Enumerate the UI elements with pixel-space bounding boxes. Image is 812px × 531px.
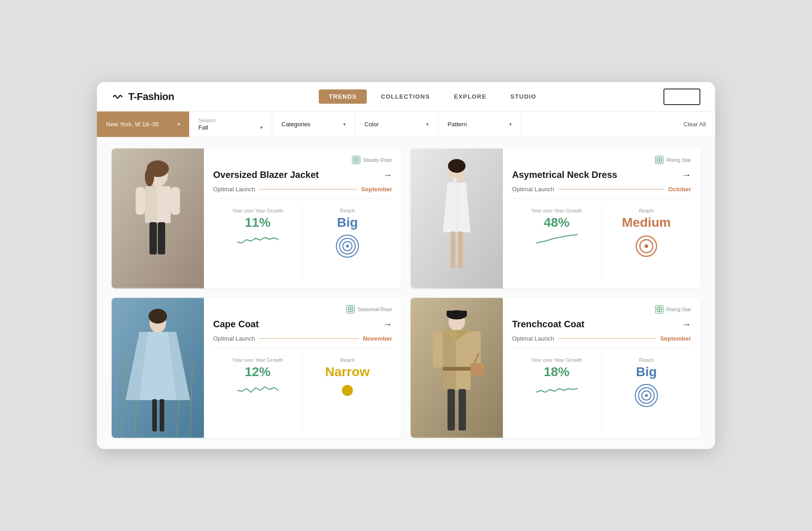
card-title-row-trench: Trenchcoat Coat →	[512, 319, 691, 330]
card-arrow-dress[interactable]: →	[682, 170, 691, 180]
season-value: Fall	[198, 124, 208, 131]
card-title-trench: Trenchcoat Coat	[512, 319, 585, 330]
categories-filter[interactable]: Categories ▾	[272, 112, 355, 137]
launch-line-cape	[259, 338, 359, 339]
svg-rect-5	[145, 186, 157, 223]
svg-point-45	[342, 385, 353, 396]
card-header-dress: Rising Star	[512, 156, 691, 164]
card-image-trench	[411, 298, 503, 438]
target-narrow-cape	[340, 383, 355, 398]
metrics-blazer: Year over Year Growth 11% Reach Big	[213, 198, 392, 281]
app-window: T-Fashion TRENDS COLLECTIONS EXPLORE STU…	[97, 82, 715, 449]
card-title-row-cape: Cape Coat →	[213, 319, 392, 330]
reach-label-cape: Reach	[340, 357, 355, 363]
launch-month-dress: October	[668, 186, 691, 193]
svg-point-3	[145, 168, 154, 186]
sparkline-trench	[536, 382, 578, 396]
card-title-row-blazer: Oversized Blazer Jacket →	[213, 170, 392, 180]
metric-reach-dress: Reach Medium	[602, 204, 691, 281]
launch-line-dress	[558, 189, 664, 189]
sparkline-blazer	[237, 233, 279, 247]
card-image-dress	[411, 148, 503, 289]
color-chevron: ▾	[426, 122, 429, 127]
yoy-value-dress: 48%	[543, 215, 569, 230]
badge-label-trench: Rising Star	[666, 307, 691, 312]
main-nav: TRENDS COLLECTIONS EXPLORE STUDIO	[202, 89, 663, 104]
svg-rect-8	[136, 187, 145, 215]
cards-grid: Steady Riser Oversized Blazer Jacket → O…	[112, 148, 700, 438]
svg-rect-23	[458, 231, 463, 268]
nav-studio[interactable]: STUDIO	[500, 89, 546, 104]
svg-point-19	[448, 159, 466, 173]
reach-value-dress: Medium	[622, 215, 671, 230]
badge-label-blazer: Steady Riser	[363, 157, 392, 163]
svg-rect-57	[433, 331, 443, 368]
launch-label-blazer: Optimal Launch	[213, 186, 255, 193]
svg-rect-21	[457, 183, 458, 232]
reach-label-dress: Reach	[639, 208, 654, 213]
card-image-blazer	[112, 148, 204, 289]
reach-value-trench: Big	[636, 365, 657, 379]
svg-rect-55	[448, 389, 455, 431]
svg-rect-59	[471, 363, 484, 375]
badge-blazer: Steady Riser	[352, 156, 392, 164]
card-body-dress: Rising Star Asymetrical Neck Dress → Opt…	[503, 148, 700, 289]
save-icon-blazer[interactable]	[352, 156, 360, 164]
card-title-cape: Cape Coat	[213, 319, 259, 330]
logo: T-Fashion	[112, 90, 174, 103]
save-icon-dress[interactable]	[655, 156, 663, 164]
card-arrow-cape[interactable]: →	[383, 319, 392, 330]
badge-dress: Rising Star	[655, 156, 691, 164]
card-header-blazer: Steady Riser	[213, 156, 392, 164]
metric-yoy-trench: Year over Year Growth 18%	[512, 354, 602, 431]
season-label: Season	[198, 118, 263, 123]
svg-rect-40	[152, 399, 157, 431]
location-chevron: ▾	[178, 122, 180, 127]
launch-month-cape: November	[363, 335, 392, 342]
card-arrow-blazer[interactable]: →	[383, 170, 392, 180]
yoy-value-blazer: 11%	[245, 215, 270, 230]
nav-collections[interactable]: COLLECTIONS	[370, 89, 440, 104]
launch-label-trench: Optimal Launch	[512, 335, 554, 342]
card-title-blazer: Oversized Blazer Jacket	[213, 170, 319, 180]
reach-value-blazer: Big	[337, 215, 358, 230]
pattern-filter[interactable]: Pattern ▾	[438, 112, 521, 137]
main-content: Steady Riser Oversized Blazer Jacket → O…	[97, 137, 715, 449]
svg-rect-9	[171, 187, 180, 215]
logo-icon	[112, 90, 125, 103]
pattern-value: Pattern	[448, 121, 467, 128]
svg-rect-49	[447, 311, 467, 316]
color-filter[interactable]: Color ▾	[355, 112, 438, 137]
clear-all-button[interactable]: Clear All	[675, 112, 715, 137]
save-icon-cape[interactable]	[346, 305, 355, 313]
nav-explore[interactable]: EXPLORE	[444, 89, 497, 104]
svg-rect-56	[459, 389, 466, 431]
location-value: New York, W 18–35	[106, 121, 159, 128]
optimal-launch-dress: Optimal Launch October	[512, 186, 691, 193]
svg-rect-6	[149, 222, 157, 254]
save-icon-trench[interactable]	[655, 305, 663, 313]
reach-label-blazer: Reach	[340, 208, 355, 213]
svg-rect-58	[471, 331, 481, 368]
svg-rect-24	[453, 178, 457, 183]
launch-month-trench: September	[660, 335, 691, 342]
header: T-Fashion TRENDS COLLECTIONS EXPLORE STU…	[97, 82, 715, 112]
card-arrow-trench[interactable]: →	[682, 319, 691, 330]
launch-label-dress: Optimal Launch	[512, 186, 554, 193]
card-title-dress: Asymetrical Neck Dress	[512, 170, 617, 180]
nav-trends[interactable]: TRENDS	[319, 89, 367, 104]
location-filter[interactable]: New York, W 18–35 ▾	[97, 112, 189, 137]
launch-line-trench	[558, 338, 657, 339]
badge-label-dress: Rising Star	[666, 157, 691, 163]
sparkline-dress	[536, 233, 578, 247]
pattern-chevron: ▾	[509, 122, 512, 127]
metric-reach-trench: Reach Big	[602, 354, 691, 431]
reach-label-trench: Reach	[639, 357, 654, 363]
season-filter[interactable]: Season Fall ▾	[189, 112, 272, 137]
svg-rect-22	[451, 231, 455, 268]
metric-reach-cape: Reach Narrow	[303, 354, 392, 431]
header-action-box[interactable]	[663, 88, 700, 105]
svg-rect-41	[160, 399, 164, 431]
target-big-trench	[634, 383, 659, 408]
metrics-trench: Year over Year Growth 18% Reach Big	[512, 348, 691, 431]
